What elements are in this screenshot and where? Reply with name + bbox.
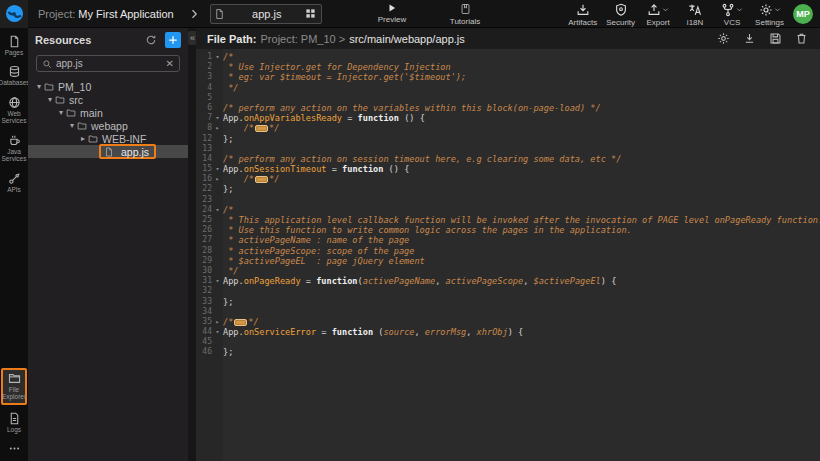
code-line-33[interactable]: 33}; bbox=[196, 297, 820, 307]
sidebar-more-button[interactable] bbox=[1, 442, 28, 455]
avatar[interactable]: MP bbox=[793, 4, 813, 24]
collapsed-code-fold[interactable] bbox=[255, 125, 268, 132]
code-text: * activePageScope: scope of the page bbox=[223, 246, 414, 256]
tree-item-src[interactable]: ▾src bbox=[28, 93, 188, 106]
fold-marker-icon[interactable]: ▾ bbox=[212, 52, 223, 62]
tree-expander-icon[interactable]: ▸ bbox=[78, 134, 88, 143]
code-text: * This application level callback functi… bbox=[223, 215, 820, 225]
tree-expander-icon[interactable]: ▾ bbox=[34, 82, 44, 91]
grid-icon[interactable] bbox=[305, 8, 316, 19]
file-path-label: File Path: bbox=[207, 33, 257, 45]
logs-icon bbox=[8, 412, 21, 425]
tutorials-button[interactable]: Tutorials bbox=[441, 3, 489, 26]
code-line-7[interactable]: 7▾App.onAppVariablesReady = function () … bbox=[196, 113, 820, 123]
code-line-31[interactable]: 31▾App.onPageReady = function(activePage… bbox=[196, 276, 820, 286]
search-input[interactable] bbox=[56, 58, 162, 69]
sidebar-item-logs[interactable]: Logs bbox=[1, 412, 28, 433]
close-icon[interactable]: ✕ bbox=[166, 59, 174, 69]
fold-marker-icon[interactable]: ▾ bbox=[212, 113, 223, 123]
refresh-icon[interactable] bbox=[145, 34, 157, 46]
tree-item-main[interactable]: ▾main bbox=[28, 106, 188, 119]
code-line-4[interactable]: 4 */ bbox=[196, 83, 820, 93]
collapsed-code-fold[interactable] bbox=[234, 319, 247, 326]
fold-marker-icon[interactable]: ▸ bbox=[212, 174, 223, 184]
code-line-8[interactable]: 8▸ /**/ bbox=[196, 123, 820, 133]
sidebar-item-file-explorer[interactable]: File Explorer bbox=[1, 368, 27, 405]
tree-expander-icon[interactable]: ▾ bbox=[56, 108, 66, 117]
code-line-46[interactable]: 46}; bbox=[196, 347, 820, 357]
code-line-12[interactable]: 12}; bbox=[196, 134, 820, 144]
settings-gear-icon bbox=[759, 3, 773, 17]
topbar-action-settings[interactable]: Settings bbox=[755, 3, 784, 27]
sidebar-item-pages[interactable]: Pages bbox=[1, 35, 28, 56]
search-icon bbox=[42, 59, 52, 69]
code-line-44[interactable]: 44▾App.onServiceError = function (source… bbox=[196, 327, 820, 337]
tree-expander-icon[interactable]: ▾ bbox=[67, 121, 77, 130]
tree-expander-icon[interactable]: ▾ bbox=[45, 95, 55, 104]
code-line-14[interactable]: 14/* perform any action on session timeo… bbox=[196, 154, 820, 164]
tree-item-app.js[interactable]: app.js bbox=[28, 145, 188, 158]
delete-trash-icon[interactable] bbox=[795, 32, 808, 45]
fold-marker-icon[interactable]: ▾ bbox=[212, 205, 223, 215]
sidebar-item-label: Java Services bbox=[1, 148, 28, 163]
code-line-1[interactable]: 1▾/* bbox=[196, 52, 820, 62]
code-text: * Use Injector.get for Dependency Inject… bbox=[223, 62, 451, 72]
sidebar-item-label: Web Services bbox=[1, 110, 28, 125]
download-icon[interactable] bbox=[743, 32, 756, 45]
editor-toolbar bbox=[717, 32, 808, 45]
code-area[interactable]: 1▾/*2 * Use Injector.get for Dependency … bbox=[196, 49, 820, 461]
fold-marker-icon[interactable]: ▸ bbox=[212, 317, 223, 327]
code-line-27[interactable]: 27 * activePageName : name of the page bbox=[196, 235, 820, 245]
topbar-action-security[interactable]: Security bbox=[606, 3, 635, 27]
topbar-action-export[interactable]: Export bbox=[644, 3, 672, 27]
preview-button[interactable]: Preview bbox=[371, 3, 413, 24]
fold-marker-icon[interactable]: ▸ bbox=[212, 123, 223, 133]
code-line-15[interactable]: 15▾App.onSessionTimeout = function () { bbox=[196, 164, 820, 174]
code-line-30[interactable]: 30 */ bbox=[196, 266, 820, 276]
fold-marker-icon[interactable]: ▾ bbox=[212, 164, 223, 174]
code-line-25[interactable]: 25 * This application level callback fun… bbox=[196, 215, 820, 225]
wavemaker-logo[interactable] bbox=[0, 0, 28, 28]
code-line-29[interactable]: 29 * $activePageEL : page jQuery element bbox=[196, 256, 820, 266]
code-line-24[interactable]: 24▾/* bbox=[196, 205, 820, 215]
settings-gear-icon[interactable] bbox=[717, 32, 730, 45]
code-line-45[interactable]: 45 bbox=[196, 337, 820, 347]
code-line-16[interactable]: 16▸ /**/ bbox=[196, 174, 820, 184]
line-number: 32 bbox=[196, 286, 212, 296]
fold-marker-icon[interactable]: ▾ bbox=[212, 327, 223, 337]
code-line-34[interactable]: 34 bbox=[196, 307, 820, 317]
file-tab[interactable]: app.js bbox=[210, 4, 322, 24]
code-line-13[interactable]: 13 bbox=[196, 144, 820, 154]
code-line-6[interactable]: 6/* perform any action on the variables … bbox=[196, 103, 820, 113]
caret-down-icon bbox=[736, 6, 743, 13]
code-line-22[interactable]: 22}; bbox=[196, 184, 820, 194]
tree-item-pm_10[interactable]: ▾PM_10 bbox=[28, 80, 188, 93]
code-text: * $activePageEL : page jQuery element bbox=[223, 256, 425, 266]
code-line-28[interactable]: 28 * activePageScope: scope of the page bbox=[196, 246, 820, 256]
code-line-23[interactable]: 23 bbox=[196, 195, 820, 205]
sidebar-item-web-services[interactable]: Web Services bbox=[1, 96, 28, 125]
add-resource-button[interactable] bbox=[165, 32, 181, 48]
collapsed-code-fold[interactable] bbox=[255, 176, 268, 183]
sidebar-item-apis[interactable]: APIs bbox=[1, 172, 28, 193]
code-line-32[interactable]: 32 bbox=[196, 286, 820, 296]
line-number: 22 bbox=[196, 184, 212, 194]
topbar-action-i18n[interactable]: i18N bbox=[681, 3, 709, 27]
code-line-35[interactable]: 35▸/**/ bbox=[196, 317, 820, 327]
sidebar-item-databases[interactable]: Databases bbox=[1, 65, 28, 86]
tree-item-webapp[interactable]: ▾webapp bbox=[28, 119, 188, 132]
sidebar-item-java-services[interactable]: Java Services bbox=[1, 134, 28, 163]
resources-tree: ▾PM_10▾src▾main▾webapp▸WEB-INFapp.js bbox=[28, 80, 188, 158]
sidebar-item-label: Logs bbox=[7, 426, 21, 433]
code-line-5[interactable]: 5 bbox=[196, 93, 820, 103]
save-icon[interactable] bbox=[769, 32, 782, 45]
code-line-26[interactable]: 26 * Use this function to write common l… bbox=[196, 225, 820, 235]
code-line-3[interactable]: 3 * eg: var $timeout = Injector.get('$ti… bbox=[196, 72, 820, 82]
line-number: 2 bbox=[196, 62, 212, 72]
topbar-action-artifacts[interactable]: Artifacts bbox=[568, 3, 597, 27]
topbar-action-vcs[interactable]: VCS bbox=[718, 3, 746, 27]
fold-marker-icon[interactable]: ▾ bbox=[212, 276, 223, 286]
code-line-2[interactable]: 2 * Use Injector.get for Dependency Inje… bbox=[196, 62, 820, 72]
resources-search: ✕ bbox=[36, 55, 180, 72]
code-text: App.onServiceError = function (source, e… bbox=[223, 327, 523, 337]
